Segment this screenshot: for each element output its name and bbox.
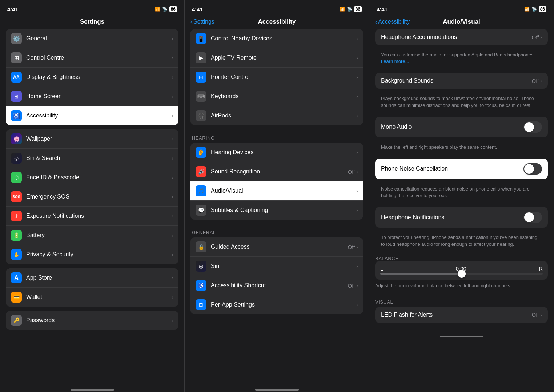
acc-row-pointer[interactable]: ⊞ Pointer Control › — [190, 68, 363, 87]
back-label-audio-visual: Accessibility — [378, 19, 410, 25]
subtitles-icon: 💬 — [196, 205, 206, 216]
face-id-icon: ⬡ — [11, 172, 22, 183]
bottom-bar-3 — [369, 332, 554, 339]
balance-section-label: BALANCE — [375, 256, 548, 261]
av-item-headphone-accommodations[interactable]: Headphone Accommodations Off › — [375, 29, 548, 45]
status-bar-2: 4:41 📶 📡 86 — [185, 0, 369, 16]
acc-row-audio-visual[interactable]: 🎵 Audio/Visual › — [190, 181, 363, 201]
acc-row-apple-tv[interactable]: ▶ Apple TV Remote › — [190, 48, 363, 68]
av-item-phone-noise[interactable]: Phone Noise Cancellation — [375, 159, 548, 179]
settings-row-appstore[interactable]: A App Store › — [6, 268, 178, 288]
av-group-mono: Mono Audio — [375, 117, 548, 137]
hearing-section-label: HEARING — [190, 129, 363, 143]
back-chevron-3: ‹ — [375, 18, 377, 26]
exposure-label: Exposure Notifications — [26, 213, 84, 219]
settings-row-display[interactable]: AA Display & Brightness › — [6, 68, 178, 87]
settings-row-sos[interactable]: SOS Emergency SOS › — [6, 187, 178, 207]
audio-visual-nav-title: Audio/Visual — [443, 18, 480, 25]
visual-section-label: VISUAL — [369, 293, 554, 307]
home-screen-label: Home Screen — [26, 93, 62, 100]
nav-bar-2: ‹ Settings Accessibility — [185, 16, 369, 29]
back-button-accessibility[interactable]: ‹ Settings — [190, 18, 214, 26]
signal-icon-3: 📶 — [524, 7, 530, 12]
acc-row-subtitles[interactable]: 💬 Subtitles & Captioning › — [190, 201, 363, 220]
airpods-label: AirPods — [211, 112, 231, 119]
mono-audio-description: Make the left and right speakers play th… — [375, 142, 548, 154]
av-item-mono-audio[interactable]: Mono Audio — [375, 117, 548, 137]
settings-row-battery[interactable]: 🔋 Battery › — [6, 226, 178, 245]
sound-recognition-icon: 🔊 — [196, 166, 206, 177]
settings-row-wallet[interactable]: 💳 Wallet › — [6, 288, 178, 307]
status-bar-1: 4:41 📶 📡 86 — [0, 0, 184, 16]
settings-row-siri[interactable]: ◎ Siri & Search › — [6, 149, 178, 168]
acc-group-hearing: 👂 Hearing Devices › 🔊 Sound Recognition … — [190, 143, 363, 220]
balance-slider-fill — [380, 273, 462, 275]
general-icon: ⚙️ — [11, 33, 22, 44]
mono-audio-toggle[interactable] — [523, 121, 542, 133]
siri-label: Siri & Search — [26, 155, 60, 161]
apple-tv-label: Apple TV Remote — [211, 55, 257, 61]
acc-row-siri[interactable]: ◎ Siri › — [190, 257, 363, 276]
settings-row-accessibility[interactable]: ♿ Accessibility › — [6, 106, 178, 125]
acc-row-airpods[interactable]: 🎧 AirPods › — [190, 106, 363, 125]
av-group-visual: LED Flash for Alerts Off › — [375, 307, 548, 323]
av-item-led-flash[interactable]: LED Flash for Alerts Off › — [375, 307, 548, 323]
face-id-label: Face ID & Passcode — [26, 174, 79, 181]
bottom-bar-1 — [0, 385, 184, 392]
status-icons-1: 📶 📡 86 — [155, 6, 177, 12]
settings-row-wallpaper[interactable]: 🌸 Wallpaper › — [6, 129, 178, 149]
settings-row-general[interactable]: ⚙️ General › — [6, 29, 178, 48]
acc-row-keyboards[interactable]: ⌨ Keyboards › — [190, 87, 363, 106]
av-item-headphone-notifications[interactable]: Headphone Notifications — [375, 207, 548, 228]
accessibility-list: 📱 Control Nearby Devices › ▶ Apple TV Re… — [185, 29, 369, 385]
status-bar-3: 4:41 📶 📡 86 — [369, 0, 554, 16]
acc-row-per-app[interactable]: ⊞ Per-App Settings › — [190, 295, 363, 314]
visual-group-container: LED Flash for Alerts Off › — [369, 307, 554, 332]
acc-row-hearing-devices[interactable]: 👂 Hearing Devices › — [190, 143, 363, 162]
settings-row-privacy[interactable]: ✋ Privacy & Security › — [6, 245, 178, 264]
status-icons-2: 📶 📡 86 — [340, 6, 362, 12]
control-centre-icon: ⊞ — [11, 52, 22, 63]
exposure-icon: ✳ — [11, 211, 22, 221]
settings-row-control-centre[interactable]: ⊞ Control Centre › — [6, 48, 178, 68]
phone-noise-toggle[interactable] — [523, 163, 542, 175]
av-section-noise-cancellation: Phone Noise Cancellation Noise cancellat… — [369, 159, 554, 207]
headphone-description: You can customise the audio for supporte… — [375, 49, 548, 68]
mono-audio-label: Mono Audio — [381, 124, 412, 130]
settings-group-4: 🔑 Passwords › — [6, 311, 178, 330]
status-time-1: 4:41 — [7, 6, 18, 12]
acc-row-control-nearby[interactable]: 📱 Control Nearby Devices › — [190, 29, 363, 48]
siri-acc-label: Siri — [211, 263, 219, 269]
audio-visual-panel: 4:41 📶 📡 86 ‹ Accessibility Audio/Visual… — [369, 0, 554, 392]
wifi-icon: 📡 — [162, 7, 168, 12]
learn-more-link[interactable]: Learn more... — [381, 59, 409, 64]
balance-slider-track[interactable] — [380, 273, 543, 275]
acc-row-guided-access[interactable]: 🔒 Guided Access Off › — [190, 237, 363, 257]
sound-recognition-label: Sound Recognition — [211, 168, 260, 175]
balance-container: L 0.00 R — [375, 261, 548, 280]
av-group-headphone-notif: Headphone Notifications — [375, 207, 548, 228]
av-item-background-sounds[interactable]: Background Sounds Off › — [375, 73, 548, 89]
control-nearby-icon: 📱 — [196, 33, 206, 44]
back-button-audio-visual[interactable]: ‹ Accessibility — [375, 18, 410, 26]
headphone-accommodations-value: Off — [532, 34, 539, 40]
signal-icon: 📶 — [155, 7, 160, 12]
settings-row-passwords[interactable]: 🔑 Passwords › — [6, 311, 178, 330]
balance-l: L — [380, 265, 383, 272]
status-time-3: 4:41 — [377, 6, 388, 12]
balance-section: BALANCE L 0.00 R Adjust the audio volume… — [369, 256, 554, 289]
headphone-notifications-toggle[interactable] — [523, 212, 542, 223]
acc-row-sound-recognition[interactable]: 🔊 Sound Recognition Off › — [190, 162, 363, 181]
balance-slider-thumb[interactable] — [458, 270, 466, 278]
settings-panel: 4:41 📶 📡 86 Settings ⚙️ General › ⊞ Cont… — [0, 0, 185, 392]
battery-badge-1: 86 — [169, 6, 177, 12]
settings-row-exposure[interactable]: ✳ Exposure Notifications › — [6, 207, 178, 226]
background-sounds-description: Plays background sounds to mask unwanted… — [375, 93, 548, 112]
hearing-devices-label: Hearing Devices — [211, 149, 253, 156]
settings-row-face-id[interactable]: ⬡ Face ID & Passcode › — [6, 168, 178, 187]
acc-row-shortcut[interactable]: ♿ Accessibility Shortcut Off › — [190, 276, 363, 295]
passwords-label: Passwords — [26, 317, 55, 324]
settings-row-home-screen[interactable]: ⊞ Home Screen › — [6, 87, 178, 106]
wallpaper-label: Wallpaper — [26, 136, 52, 142]
shortcut-icon: ♿ — [196, 280, 206, 291]
